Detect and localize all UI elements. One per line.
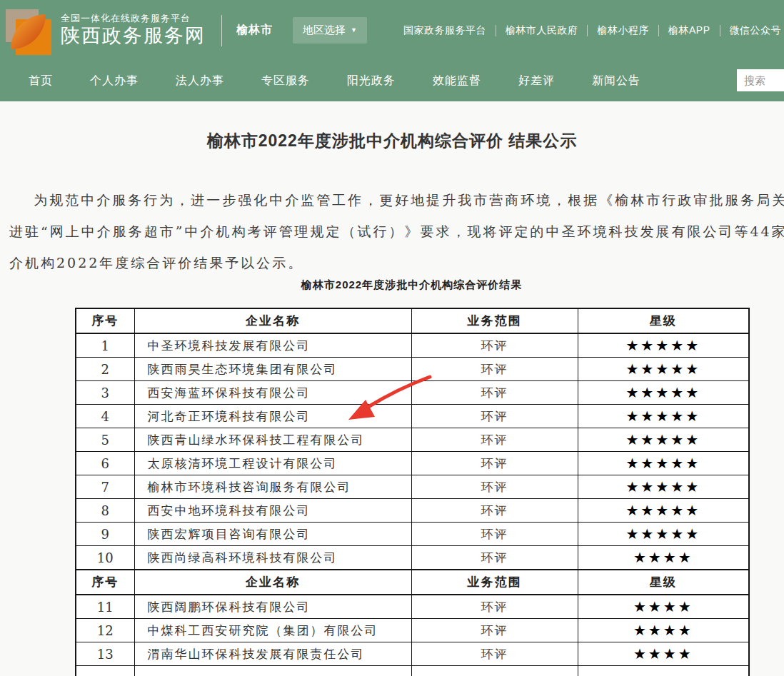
table-row-partial xyxy=(76,666,749,676)
cell-index: 8 xyxy=(76,499,134,523)
header-quick-links: 国家政务服务平台榆林市人民政府榆林小程序榆林APP微信公众号注册 xyxy=(403,0,784,61)
cell-business-scope: 环评 xyxy=(411,475,578,499)
cell-index: 11 xyxy=(76,595,134,619)
cell-business-scope: 环评 xyxy=(411,499,578,523)
column-header: 星级 xyxy=(578,308,749,333)
table-row[interactable]: 6太原核清环境工程设计有限公司环评★★★★★ xyxy=(76,452,749,475)
table-row[interactable]: 4河北奇正环境科技有限公司环评★★★★★ xyxy=(76,405,749,428)
column-header: 业务范围 xyxy=(411,570,578,595)
cell-star-rating: ★★★★★ xyxy=(578,358,749,381)
link-separator xyxy=(496,25,496,36)
site-header: 全国一体化在线政务服务平台 陕西政务服务网 榆林市 地区选择 ▼ 国家政务服务平… xyxy=(0,0,784,61)
cell-index: 2 xyxy=(76,358,134,381)
page-title: 榆林市2022年度涉批中介机构综合评价 结果公示 xyxy=(0,130,784,152)
cell-company-name: 渭南华山环保科技发展有限责任公司 xyxy=(134,642,411,666)
column-header: 星级 xyxy=(578,570,749,595)
cell-index: 6 xyxy=(76,452,134,475)
table-row[interactable]: 12中煤科工西安研究院（集团）有限公司环评★★★★ xyxy=(76,619,749,642)
cell-business-scope: 环评 xyxy=(411,523,578,546)
cell-empty xyxy=(76,666,134,676)
cell-company-name: 西安中地环境科技有限公司 xyxy=(134,499,411,523)
column-header: 业务范围 xyxy=(411,308,578,333)
cell-company-name: 太原核清环境工程设计有限公司 xyxy=(134,452,411,475)
cell-business-scope: 环评 xyxy=(411,381,578,405)
cell-index: 5 xyxy=(76,428,134,452)
nav-item-7[interactable]: 好差评 xyxy=(518,74,555,89)
header-link-4[interactable]: 榆林APP xyxy=(668,24,710,37)
cell-index: 9 xyxy=(76,523,134,546)
nav-item-3[interactable]: 法人办事 xyxy=(176,74,224,89)
announcement-article: 榆林市2022年度涉批中介机构综合评价 结果公示 为规范中介服务行为，进一步强化… xyxy=(0,101,784,152)
nav-item-1[interactable]: 首页 xyxy=(29,74,53,89)
header-link-5[interactable]: 微信公众号 xyxy=(730,24,782,37)
cell-index: 1 xyxy=(76,333,134,358)
table-row[interactable]: 1中圣环境科技发展有限公司环评★★★★★ xyxy=(76,333,749,358)
evaluation-results-table: 序号企业名称业务范围星级1中圣环境科技发展有限公司环评★★★★★2陕西雨昊生态环… xyxy=(75,308,750,676)
cell-business-scope: 环评 xyxy=(411,405,578,428)
paragraph-line-1: 为规范中介服务行为，进一步强化中介监管工作，更好地提升我市营商环境，根据《榆林市… xyxy=(9,184,784,216)
cell-empty xyxy=(134,666,411,676)
cell-star-rating: ★★★★ xyxy=(578,642,749,666)
column-header: 企业名称 xyxy=(134,570,411,595)
nav-items: 首页个人办事法人办事专区服务阳光政务效能监督好差评新闻公告 xyxy=(29,74,640,89)
header-link-2[interactable]: 榆林市人民政府 xyxy=(506,24,578,37)
column-header: 序号 xyxy=(76,570,134,595)
table-row[interactable]: 11陕西阔鹏环保科技有限公司环评★★★★ xyxy=(76,595,749,619)
nav-item-2[interactable]: 个人办事 xyxy=(90,74,139,89)
page: 全国一体化在线政务服务平台 陕西政务服务网 榆林市 地区选择 ▼ 国家政务服务平… xyxy=(0,0,784,676)
search-input[interactable] xyxy=(737,69,784,91)
table-caption: 榆林市2022年度涉批中介机构综合评价结果 xyxy=(75,278,748,292)
cell-empty xyxy=(411,666,578,676)
cell-business-scope: 环评 xyxy=(411,642,578,666)
site-name: 陕西政务服务网 xyxy=(61,24,206,49)
table-row[interactable]: 9陕西宏辉项目咨询有限公司环评★★★★★ xyxy=(76,523,749,546)
site-logo[interactable] xyxy=(6,9,51,55)
region-selector-label: 地区选择 xyxy=(303,24,346,37)
table-row[interactable]: 2陕西雨昊生态环境集团有限公司环评★★★★★ xyxy=(76,358,749,381)
paragraph-line-2: 进驻“网上中介服务超市”中介机构考评管理规定（试行）》要求，现将评定的中圣环境科… xyxy=(9,216,784,247)
cell-star-rating: ★★★★★ xyxy=(578,381,749,405)
cell-star-rating: ★★★★★ xyxy=(578,452,749,475)
region-selector-button[interactable]: 地区选择 ▼ xyxy=(293,17,367,44)
table-row[interactable]: 3西安海蓝环保科技有限公司环评★★★★★ xyxy=(76,381,749,405)
cell-star-rating: ★★★★ xyxy=(578,619,749,642)
table-row[interactable]: 5陕西青山绿水环保科技工程有限公司环评★★★★★ xyxy=(76,428,749,452)
cell-company-name: 中圣环境科技发展有限公司 xyxy=(134,333,411,358)
paragraph-line-3: 介机构2022年度综合评价结果予以公示。 xyxy=(9,247,784,278)
nav-item-8[interactable]: 新闻公告 xyxy=(592,74,640,89)
cell-company-name: 河北奇正环境科技有限公司 xyxy=(134,405,411,428)
cell-index: 7 xyxy=(76,475,134,499)
cell-company-name: 陕西宏辉项目咨询有限公司 xyxy=(134,523,411,546)
evaluation-table-wrap: 序号企业名称业务范围星级1中圣环境科技发展有限公司环评★★★★★2陕西雨昊生态环… xyxy=(75,308,748,676)
chevron-down-icon: ▼ xyxy=(351,27,357,34)
link-separator xyxy=(658,25,659,36)
brand-divider xyxy=(221,15,222,46)
cell-index: 4 xyxy=(76,405,134,428)
cell-company-name: 陕西青山绿水环保科技工程有限公司 xyxy=(134,428,411,452)
table-row[interactable]: 8西安中地环境科技有限公司环评★★★★★ xyxy=(76,499,749,523)
cell-star-rating: ★★★★★ xyxy=(578,475,749,499)
cell-company-name: 陕西雨昊生态环境集团有限公司 xyxy=(134,358,411,381)
nav-item-5[interactable]: 阳光政务 xyxy=(347,74,396,89)
main-nav: 首页个人办事法人办事专区服务阳光政务效能监督好差评新闻公告 xyxy=(0,61,784,101)
cell-business-scope: 环评 xyxy=(411,595,578,619)
header-link-1[interactable]: 国家政务服务平台 xyxy=(403,24,486,37)
link-separator xyxy=(720,25,720,36)
table-row[interactable]: 10陕西尚绿高科环境科技有限公司环评★★★★ xyxy=(76,546,749,570)
cell-star-rating: ★★★★★ xyxy=(578,499,749,523)
cell-company-name: 西安海蓝环保科技有限公司 xyxy=(134,381,411,405)
nav-item-6[interactable]: 效能监督 xyxy=(433,74,481,89)
cell-company-name: 陕西尚绿高科环境科技有限公司 xyxy=(134,546,411,570)
cell-business-scope: 环评 xyxy=(411,428,578,452)
table-row[interactable]: 13渭南华山环保科技发展有限责任公司环评★★★★ xyxy=(76,642,749,666)
cell-company-name: 中煤科工西安研究院（集团）有限公司 xyxy=(134,619,411,642)
cell-business-scope: 环评 xyxy=(411,619,578,642)
cell-index: 10 xyxy=(76,546,134,570)
cell-business-scope: 环评 xyxy=(411,546,578,570)
nav-item-4[interactable]: 专区服务 xyxy=(261,74,310,89)
header-link-3[interactable]: 榆林小程序 xyxy=(597,24,649,37)
table-header-row: 序号企业名称业务范围星级 xyxy=(76,570,749,595)
cell-star-rating: ★★★★★ xyxy=(578,428,749,452)
table-row[interactable]: 7榆林市环境科技咨询服务有限公司环评★★★★★ xyxy=(76,475,749,499)
cell-business-scope: 环评 xyxy=(411,452,578,475)
